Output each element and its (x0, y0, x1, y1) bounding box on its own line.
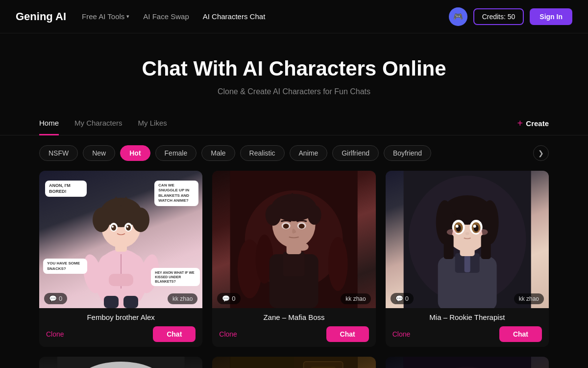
card-image-5 (212, 357, 375, 368)
discord-button[interactable]: 🎮 (449, 7, 467, 26)
hero-section: Chat With AI Characters Online Clone & C… (0, 33, 588, 112)
card-comments-2: 💬 0 (217, 293, 240, 304)
comment-icon-3: 💬 (395, 295, 403, 302)
svg-point-14 (111, 225, 116, 231)
hero-subtitle: Clone & Create AI Characters for Fun Cha… (16, 87, 572, 96)
tab-home[interactable]: Home (39, 112, 59, 135)
card-mia[interactable]: 💬 0 kk zhao Mia – Rookie Therapist Clone… (386, 171, 549, 347)
create-button[interactable]: + Create (517, 113, 549, 134)
svg-point-58 (455, 225, 458, 228)
filter-female[interactable]: Female (155, 145, 197, 161)
nav-right: 🎮 Credits: 50 Sign In (449, 7, 572, 26)
card-image-4 (39, 357, 202, 368)
card-comment-count-2: 0 (232, 295, 235, 302)
svg-point-61 (446, 229, 456, 235)
card-overlay-2: 💬 0 kk zhao (212, 289, 375, 308)
navbar: Gening AI Free AI Tools ▾ AI Face Swap A… (0, 0, 588, 33)
card-image-femboy: ANON, I'M BORED! CAN WE SNUGGLE UP IN BL… (39, 171, 202, 308)
svg-rect-19 (109, 274, 133, 286)
card-4[interactable] (39, 357, 202, 368)
chat-button-1[interactable]: Chat (153, 326, 196, 342)
clone-button-3[interactable]: Clone (392, 330, 411, 338)
card-author-3: kk zhao (514, 293, 544, 304)
svg-rect-112 (403, 357, 531, 368)
filter-realistic[interactable]: Realistic (240, 145, 285, 161)
signin-button[interactable]: Sign In (530, 8, 572, 25)
comment-icon-2: 💬 (222, 295, 230, 302)
filter-nsfw[interactable]: NSFW (39, 145, 78, 161)
filter-hot[interactable]: Hot (120, 145, 150, 161)
speech-bubble-3: YOU HAVE SOME SNACKS? (43, 259, 87, 274)
discord-icon: 🎮 (453, 12, 463, 21)
card-author-1: kk zhao (168, 293, 197, 304)
filter-next-arrow[interactable]: ❯ (533, 145, 549, 161)
svg-rect-39 (230, 171, 358, 308)
filter-girlfriend[interactable]: Girlfriend (332, 145, 379, 161)
nav-ai-characters-chat[interactable]: AI Characters Chat (203, 12, 266, 21)
svg-point-8 (132, 208, 149, 232)
card-comment-count-3: 0 (405, 295, 409, 302)
card-image-wrap-1: ANON, I'M BORED! CAN WE SNUGGLE UP IN BL… (39, 171, 202, 308)
svg-rect-44 (464, 255, 470, 272)
filter-row: NSFW New Hot Female Male Realistic Anime… (0, 135, 588, 171)
svg-point-59 (473, 225, 476, 228)
svg-rect-51 (481, 235, 490, 259)
card-comment-count-1: 0 (59, 295, 62, 302)
card-image-wrap-2: 💬 0 kk zhao (212, 171, 375, 308)
hero-title: Chat With AI Characters Online (16, 57, 572, 80)
clone-button-1[interactable]: Clone (46, 330, 64, 338)
card-name-1: Femboy brother Alex (46, 313, 196, 321)
card-overlay-1: 💬 0 kk zhao (39, 289, 202, 308)
svg-point-7 (93, 208, 110, 232)
svg-rect-50 (443, 235, 453, 259)
card-author-2: kk zhao (341, 293, 370, 304)
nav-ai-face-swap[interactable]: AI Face Swap (143, 12, 189, 21)
speech-bubble-4: HEY ANON WHAT IF WE KISSED UNDER BLANKET… (151, 268, 200, 286)
card-name-2: Zane – Mafia Boss (219, 313, 368, 321)
svg-point-16 (112, 226, 114, 228)
logo[interactable]: Gening AI (16, 10, 66, 23)
card-zane[interactable]: 💬 0 kk zhao Zane – Mafia Boss Clone Chat (212, 171, 375, 347)
nav-links: Free AI Tools ▾ AI Face Swap AI Characte… (82, 12, 433, 21)
svg-point-62 (478, 229, 488, 235)
card-6[interactable] (386, 357, 549, 368)
filter-new[interactable]: New (83, 145, 115, 161)
card-image-wrap-5 (212, 357, 375, 368)
chevron-right-icon: ❯ (538, 149, 544, 157)
card-5[interactable] (212, 357, 375, 368)
card-footer-1: Femboy brother Alex Clone Chat (39, 308, 202, 347)
tabs-left: Home My Characters My Likes (39, 112, 167, 135)
plus-icon: + (517, 118, 523, 129)
nav-ai-tools[interactable]: Free AI Tools ▾ (82, 12, 129, 21)
card-image-zane (212, 171, 375, 308)
card-image-wrap-3: 💬 0 kk zhao (386, 171, 549, 308)
card-footer-3: Mia – Rookie Therapist Clone Chat (386, 308, 549, 347)
tab-my-characters[interactable]: My Characters (74, 112, 122, 135)
filter-boyfriend[interactable]: Boyfriend (384, 145, 431, 161)
chat-button-2[interactable]: Chat (326, 326, 369, 342)
card-image-6 (386, 357, 549, 368)
tabs-bar: Home My Characters My Likes + Create (0, 112, 588, 135)
card-footer-2: Zane – Mafia Boss Clone Chat (212, 308, 375, 347)
card-name-3: Mia – Rookie Therapist (392, 313, 542, 321)
card-image-wrap-6 (386, 357, 549, 368)
card-image-wrap-4 (39, 357, 202, 368)
svg-point-17 (126, 226, 128, 228)
card-comments-3: 💬 0 (391, 293, 414, 304)
speech-bubble-1: ANON, I'M BORED! (45, 181, 87, 197)
filter-male[interactable]: Male (201, 145, 235, 161)
cards-section: ANON, I'M BORED! CAN WE SNUGGLE UP IN BL… (0, 171, 588, 368)
svg-rect-94 (230, 357, 358, 368)
card-image-mia (386, 171, 549, 308)
credits-button[interactable]: Credits: 50 (473, 8, 524, 25)
tab-my-likes[interactable]: My Likes (138, 112, 167, 135)
card-comments-1: 💬 0 (44, 293, 67, 304)
clone-button-2[interactable]: Clone (219, 330, 237, 338)
chevron-down-icon: ▾ (126, 13, 129, 20)
filter-anime[interactable]: Anime (290, 145, 328, 161)
speech-bubble-2: CAN WE SNUGGLE UP IN BLANKETS AND WATCH … (154, 181, 198, 206)
card-overlay-3: 💬 0 kk zhao (386, 289, 549, 308)
card-femboy-alex[interactable]: ANON, I'M BORED! CAN WE SNUGGLE UP IN BL… (39, 171, 202, 347)
chat-button-3[interactable]: Chat (499, 326, 542, 342)
tabs-right: + Create (517, 113, 549, 134)
